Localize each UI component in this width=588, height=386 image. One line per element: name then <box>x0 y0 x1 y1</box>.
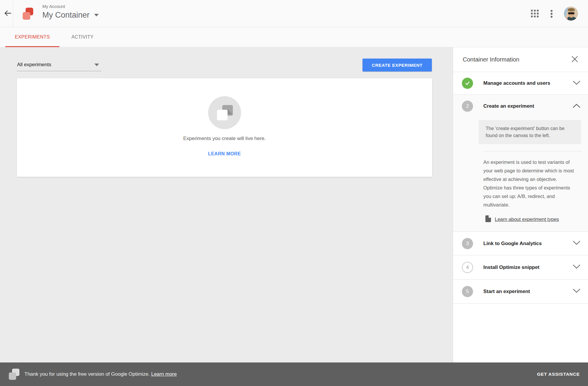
close-panel-button[interactable] <box>570 55 579 64</box>
document-icon <box>485 215 491 223</box>
step1-done-check-icon <box>462 78 473 89</box>
container-caret-icon <box>94 14 99 16</box>
learn-more-link[interactable]: LEARN MORE <box>17 151 432 157</box>
step2-note: The ‘create experiment' button can be fo… <box>479 120 581 144</box>
experiments-empty-card: Experiments you create will live here. L… <box>17 78 432 177</box>
experiment-types-link-row: Learn about experiment types <box>485 215 588 223</box>
get-assistance-button[interactable]: GET ASSISTANCE <box>537 372 580 377</box>
tab-bar: EXPERIMENTS ACTIVITY <box>0 27 588 47</box>
container-selector[interactable]: My Container <box>42 11 99 20</box>
panel-title: Container Information <box>463 56 519 63</box>
step2-divider <box>483 151 582 152</box>
empty-state-icon <box>208 96 241 129</box>
tab-activity[interactable]: ACTIVITY <box>64 27 101 47</box>
step-install-snippet[interactable]: 4 Install Optimize snippet <box>453 255 588 279</box>
step2-number-badge: 2 <box>462 101 473 112</box>
chevron-down-icon[interactable] <box>573 264 580 270</box>
app-header: My Account My Container <box>0 0 588 27</box>
filter-value: All experiments <box>17 62 51 68</box>
tab-experiments[interactable]: EXPERIMENTS <box>5 27 59 47</box>
back-arrow-icon <box>4 9 12 18</box>
experiment-types-link[interactable]: Learn about experiment types <box>495 217 559 222</box>
tab-activity-label: ACTIVITY <box>71 34 93 40</box>
chevron-down-icon[interactable] <box>573 289 580 294</box>
chevron-down-icon[interactable] <box>573 241 580 246</box>
step-create-experiment[interactable]: 2 Create an experiment <box>453 95 588 118</box>
step4-label: Install Optimize snippet <box>483 264 573 270</box>
user-avatar[interactable] <box>564 6 578 21</box>
header-divider <box>13 0 13 27</box>
google-optimize-app: My Account My Container <box>0 0 588 386</box>
experiments-filter-select[interactable]: All experiments <box>17 59 101 71</box>
optimize-logo-icon <box>23 8 33 20</box>
tab-experiments-label: EXPERIMENTS <box>15 34 50 40</box>
apps-grid-icon <box>531 14 539 18</box>
empty-state-message: Experiments you create will live here. <box>17 136 432 142</box>
chevron-up-icon[interactable] <box>573 104 580 109</box>
step-manage-accounts[interactable]: Manage accounts and users <box>453 72 588 95</box>
footer-message: Thank you for using the free version of … <box>24 371 150 377</box>
footer-logo-front-square <box>9 372 16 380</box>
step3-number-badge: 3 <box>462 238 473 249</box>
step5-number-badge: 5 <box>462 286 473 297</box>
account-name: My Account <box>42 4 99 9</box>
container-info-panel: Container Information Manage accounts an… <box>453 47 588 362</box>
app-footer: Thank you for using the free version of … <box>0 362 588 386</box>
step4-number-badge: 4 <box>462 262 473 273</box>
filter-caret-icon <box>94 64 99 66</box>
container-info-header: Container Information <box>453 47 588 72</box>
create-experiment-button[interactable]: CREATE EXPERIMENT <box>363 59 432 71</box>
step2-label: Create an experiment <box>483 103 573 109</box>
account-block: My Account My Container <box>42 4 99 20</box>
back-button[interactable] <box>2 8 14 19</box>
chevron-down-icon[interactable] <box>573 81 580 86</box>
step-link-analytics[interactable]: 3 Link to Google Analytics <box>453 232 588 255</box>
apps-grid-button[interactable] <box>531 10 539 18</box>
step5-label: Start an experiment <box>483 289 573 295</box>
close-icon <box>572 56 578 63</box>
step1-label: Manage accounts and users <box>483 80 573 86</box>
footer-optimize-logo-icon <box>8 368 20 380</box>
step-start-experiment[interactable]: 5 Start an experiment <box>453 279 588 304</box>
step3-label: Link to Google Analytics <box>483 241 573 247</box>
footer-message-row: Thank you for using the free version of … <box>24 371 177 377</box>
more-vert-icon <box>550 14 553 19</box>
step2-description: An experiment is used to test variants o… <box>483 158 576 209</box>
footer-learn-more-link[interactable]: Learn more <box>151 371 177 377</box>
logo-front-square <box>23 12 30 20</box>
more-menu-button[interactable] <box>550 10 553 19</box>
step-create-experiment-section: 2 Create an experiment The ‘create exper… <box>453 95 588 232</box>
active-tab-underline <box>5 46 59 47</box>
container-name: My Container <box>42 11 90 20</box>
